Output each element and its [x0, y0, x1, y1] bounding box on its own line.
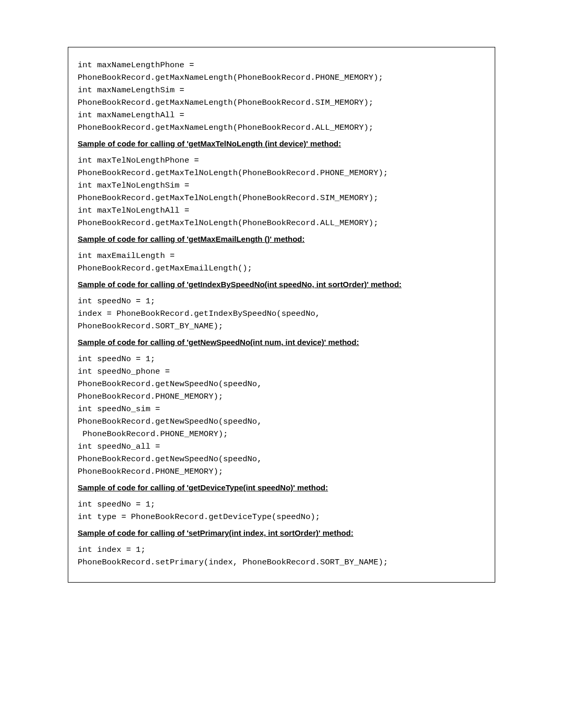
code-sample-maxnamelength: int maxNameLengthPhone = PhoneBookRecord…	[78, 59, 485, 134]
code-sample-maxemaillength: int maxEmailLength = PhoneBookRecord.get…	[78, 250, 485, 275]
code-sample-maxtelnolength: int maxTelNoLengthPhone = PhoneBookRecor…	[78, 154, 485, 229]
heading-getindexbyspeedno: Sample of code for calling of 'getIndexB…	[78, 280, 485, 289]
content-box: int maxNameLengthPhone = PhoneBookRecord…	[68, 47, 495, 583]
code-sample-getindexbyspeedno: int speedNo = 1; index = PhoneBookRecord…	[78, 295, 485, 332]
heading-getmaxemaillength: Sample of code for calling of 'getMaxEma…	[78, 235, 485, 243]
page: int maxNameLengthPhone = PhoneBookRecord…	[0, 0, 563, 624]
heading-getdevicetype: Sample of code for calling of 'getDevice…	[78, 483, 485, 492]
code-sample-setprimary: int index = 1; PhoneBookRecord.setPrimar…	[78, 544, 485, 569]
heading-getmaxtelnolength: Sample of code for calling of 'getMaxTel…	[78, 139, 485, 148]
code-sample-getdevicetype: int speedNo = 1; int type = PhoneBookRec…	[78, 498, 485, 523]
heading-setprimary: Sample of code for calling of 'setPrimar…	[78, 528, 485, 537]
code-sample-getnewspeedno: int speedNo = 1; int speedNo_phone = Pho…	[78, 353, 485, 478]
heading-getnewspeedno: Sample of code for calling of 'getNewSpe…	[78, 338, 485, 347]
